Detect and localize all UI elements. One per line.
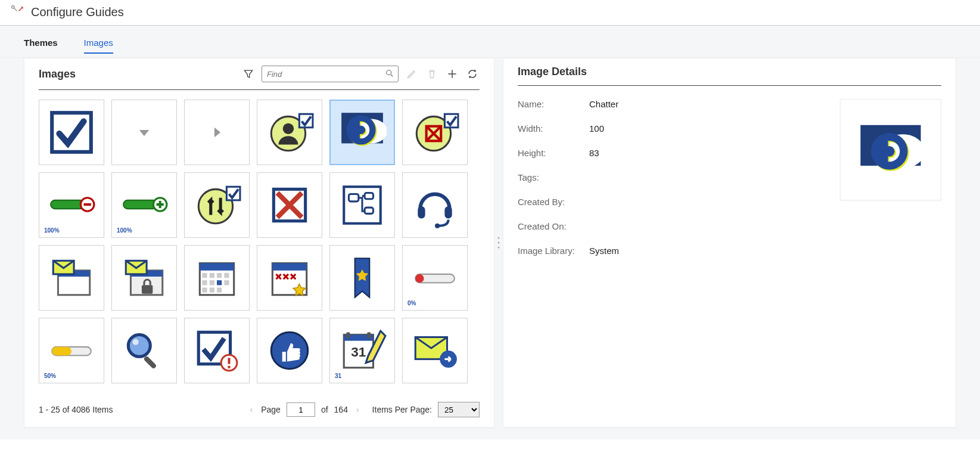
tab-bar: Themes Images <box>0 26 980 58</box>
image-cell-label: 0% <box>407 300 416 306</box>
image-cell[interactable] <box>257 245 322 311</box>
image-cell[interactable] <box>184 100 250 165</box>
image-cell[interactable]: 50% <box>39 318 104 383</box>
edit-icon <box>405 67 419 81</box>
avatar-check-icon <box>265 108 314 157</box>
progress-yellow-icon <box>47 326 96 375</box>
calendar-star-icon <box>265 253 314 302</box>
item-range: 1 - 25 of 4086 Items <box>39 405 237 414</box>
image-cell[interactable] <box>184 172 250 238</box>
mail-window-lock-icon <box>120 253 169 302</box>
images-toolbar: Images <box>39 66 480 90</box>
caret-right-icon <box>192 108 241 157</box>
image-cell[interactable] <box>402 172 468 238</box>
calendar-edit-icon <box>338 326 387 375</box>
magnifier-icon <box>120 326 169 375</box>
page-input[interactable] <box>287 402 315 417</box>
image-preview <box>840 99 941 200</box>
details-kv: Name: Chatter Width: 100 Height: 83 Tags… <box>518 99 619 256</box>
refresh-icon[interactable] <box>465 67 480 81</box>
search-input[interactable] <box>266 69 385 79</box>
image-cell[interactable] <box>184 245 250 311</box>
next-page-icon[interactable]: › <box>354 402 362 417</box>
delete-icon <box>425 67 439 81</box>
details-panel: Image Details Name: Chatter Width: 100 H… <box>503 58 956 427</box>
grid-footer: 1 - 25 of 4086 Items ‹ Page of 164 › Ite… <box>39 402 480 417</box>
cross-check-icon <box>410 108 459 157</box>
image-cell[interactable] <box>111 245 177 311</box>
svg-point-2 <box>498 237 500 239</box>
label-width: Width: <box>518 123 589 134</box>
details-title: Image Details <box>518 66 941 86</box>
image-cell[interactable]: 100% <box>39 172 104 238</box>
of-label: of <box>321 405 328 414</box>
svg-point-0 <box>12 6 15 9</box>
image-cell[interactable]: 31 <box>329 318 395 383</box>
value-name: Chatter <box>589 99 619 109</box>
image-cell[interactable] <box>39 100 104 165</box>
image-cell[interactable] <box>402 318 468 383</box>
filter-icon[interactable] <box>241 67 256 81</box>
mail-window-icon <box>47 253 96 302</box>
thumbs-up-icon <box>265 326 314 375</box>
image-cell[interactable] <box>39 245 104 311</box>
value-width: 100 <box>589 123 619 134</box>
label-name: Name: <box>518 99 589 109</box>
red-x-icon <box>265 181 314 230</box>
mail-forward-icon <box>410 326 459 375</box>
label-created-by: Created By: <box>518 197 589 207</box>
prev-page-icon[interactable]: ‹ <box>248 402 256 417</box>
caret-down-icon <box>120 108 169 157</box>
image-cell-label: 100% <box>117 227 132 234</box>
headset-icon <box>410 181 459 230</box>
check-icon <box>47 108 96 157</box>
tab-themes[interactable]: Themes <box>24 38 58 52</box>
tab-images[interactable]: Images <box>84 38 113 54</box>
image-cell[interactable]: 100% <box>111 172 177 238</box>
image-cell[interactable] <box>257 100 322 165</box>
page-header: Configure Guides <box>0 0 980 26</box>
image-cell[interactable] <box>329 172 395 238</box>
pager: ‹ Page of 164 › <box>248 402 362 417</box>
progress-minus-icon <box>47 181 96 230</box>
image-cell[interactable] <box>257 318 322 383</box>
chatter-c-icon <box>338 108 387 157</box>
image-cell[interactable] <box>111 318 177 383</box>
label-created-on: Created On: <box>518 221 589 231</box>
image-grid[interactable]: 100%100%0%50%31 <box>39 100 480 396</box>
per-page-select[interactable]: 25 <box>438 402 480 417</box>
progress-red-icon <box>410 253 459 302</box>
org-chart-icon <box>338 181 387 230</box>
workspace: Images 100%100%0 <box>0 58 980 439</box>
images-panel-title: Images <box>39 68 76 80</box>
value-height: 83 <box>589 148 619 158</box>
total-pages: 164 <box>334 405 348 414</box>
svg-point-3 <box>498 242 500 244</box>
value-created-on <box>589 221 619 231</box>
label-library: Image Library: <box>518 246 589 256</box>
image-cell[interactable] <box>184 318 250 383</box>
image-cell[interactable] <box>329 245 395 311</box>
page-title: Configure Guides <box>31 5 124 19</box>
label-height: Height: <box>518 148 589 158</box>
svg-point-4 <box>498 247 500 249</box>
splitter-handle[interactable] <box>494 58 503 427</box>
images-panel: Images 100%100%0 <box>24 58 494 427</box>
value-created-by <box>589 197 619 207</box>
page-label: Page <box>261 405 281 414</box>
image-cell-label: 50% <box>44 373 56 379</box>
image-cell-label: 100% <box>44 227 60 234</box>
image-cell[interactable] <box>329 100 395 165</box>
value-tags <box>589 172 619 182</box>
calendar-icon <box>192 253 241 302</box>
image-cell[interactable]: 0% <box>402 245 468 311</box>
svg-point-1 <box>387 70 391 75</box>
image-cell[interactable] <box>257 172 322 238</box>
search-icon[interactable] <box>385 69 394 80</box>
per-page-label: Items Per Page: <box>372 405 432 414</box>
image-cell[interactable] <box>402 100 468 165</box>
tools-icon <box>11 5 25 19</box>
details-body: Name: Chatter Width: 100 Height: 83 Tags… <box>518 99 941 256</box>
add-icon[interactable] <box>445 67 459 81</box>
image-cell[interactable] <box>111 100 177 165</box>
